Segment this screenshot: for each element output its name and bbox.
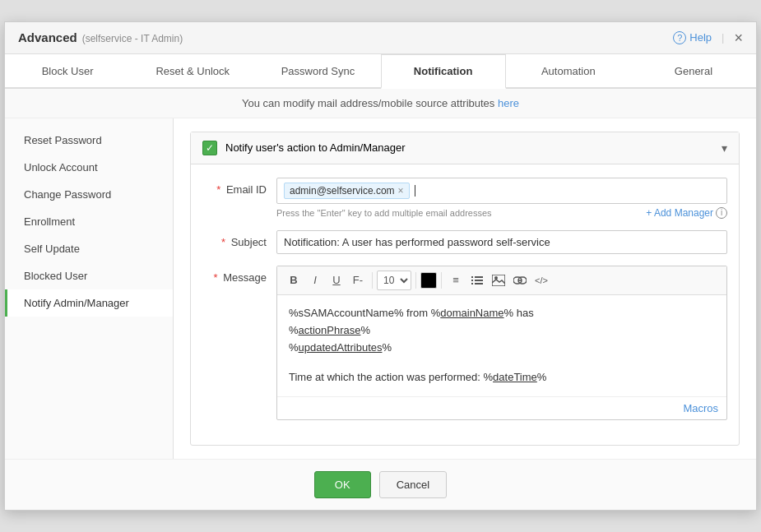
underline-button[interactable]: U	[327, 271, 346, 290]
sidebar-item-blocked-user[interactable]: Blocked User	[5, 262, 173, 289]
message-line3: %updatedAttributes%	[289, 340, 715, 357]
svg-rect-3	[475, 280, 483, 281]
required-star-email: *	[216, 183, 220, 196]
help-icon: ?	[673, 31, 686, 44]
svg-rect-1	[475, 276, 483, 278]
link-button[interactable]	[510, 271, 530, 290]
help-button[interactable]: ? Help	[673, 31, 712, 44]
sidebar-item-unlock-account[interactable]: Unlock Account	[5, 154, 173, 181]
toolbar-separator-1	[372, 272, 373, 289]
svg-rect-0	[471, 276, 473, 278]
ok-button[interactable]: OK	[314, 471, 371, 498]
subject-label: Subject	[231, 236, 267, 248]
sidebar-item-notify-admin[interactable]: Notify Admin/Manager	[5, 289, 173, 317]
italic-button[interactable]: I	[305, 271, 325, 290]
email-tag-remove[interactable]: ×	[398, 185, 404, 197]
form-body: * Email ID admin@selfservice.com ×	[191, 164, 739, 445]
tab-password-sync[interactable]: Password Sync	[255, 54, 380, 87]
info-bar-text: You can modify mail address/mobile sourc…	[242, 97, 498, 109]
email-cursor	[415, 185, 415, 197]
footer: OK Cancel	[5, 459, 756, 510]
message-line5: Time at which the action was performed: …	[289, 369, 715, 386]
svg-rect-6	[492, 275, 505, 286]
editor-toolbar: B I U F- 10 12 14 16	[277, 266, 726, 295]
toolbar-separator-2	[415, 272, 416, 289]
tab-automation[interactable]: Automation	[506, 54, 631, 87]
domain-name-var: domainName	[440, 307, 503, 319]
tab-reset-unlock[interactable]: Reset & Unlock	[130, 54, 255, 87]
required-star-subject: *	[221, 236, 225, 248]
font-button[interactable]: F-	[348, 271, 368, 290]
subject-row: * Subject	[202, 230, 727, 254]
help-label: Help	[689, 31, 712, 44]
title-bar-right: ? Help | ×	[673, 30, 743, 45]
message-field-container: B I U F- 10 12 14 16	[276, 266, 727, 420]
link-icon	[513, 275, 527, 285]
image-button[interactable]	[489, 271, 508, 290]
sidebar: Reset Password Unlock Account Change Pas…	[5, 118, 174, 459]
info-circle-icon: i	[716, 207, 727, 219]
message-row: * Message B I U F-	[202, 266, 727, 420]
sidebar-item-self-update[interactable]: Self Update	[5, 235, 173, 262]
message-line2: %actionPhrase%	[289, 322, 715, 340]
chevron-down-icon: ▾	[722, 141, 727, 155]
email-tag-value: admin@selfservice.com	[290, 185, 395, 197]
email-hint: Press the "Enter" key to add multiple em…	[276, 208, 492, 218]
email-tag: admin@selfservice.com ×	[284, 183, 410, 199]
email-label: Email ID	[226, 183, 267, 196]
info-bar-link[interactable]: here	[498, 97, 519, 109]
action-phrase-var: actionPhrase	[299, 324, 361, 336]
subject-field-container	[276, 230, 727, 254]
cancel-button[interactable]: Cancel	[379, 471, 447, 498]
macros-row: Macros	[277, 396, 726, 419]
dialog-subtitle: (selfservice - IT Admin)	[82, 33, 183, 44]
svg-rect-4	[471, 283, 473, 285]
notify-header-label: Notify user's action to Admin/Manager	[225, 141, 406, 154]
svg-rect-2	[471, 280, 473, 281]
main-panel: ✓ Notify user's action to Admin/Manager …	[174, 118, 756, 459]
notify-section: ✓ Notify user's action to Admin/Manager …	[190, 132, 740, 446]
bold-button[interactable]: B	[284, 271, 304, 290]
close-button[interactable]: ×	[734, 30, 743, 45]
image-icon	[492, 275, 505, 286]
message-line1: %sSAMAccountName% from %domainName% has	[289, 305, 715, 322]
updated-attributes-var: updatedAttributes	[299, 341, 383, 354]
list-button[interactable]	[467, 271, 487, 290]
add-manager-button[interactable]: + Add Manager i	[646, 207, 727, 219]
date-time-var: dateTime	[493, 371, 537, 383]
tab-block-user[interactable]: Block User	[5, 54, 130, 87]
tab-general[interactable]: General	[631, 54, 756, 87]
email-row: * Email ID admin@selfservice.com ×	[202, 178, 727, 219]
sidebar-item-reset-password[interactable]: Reset Password	[5, 127, 173, 154]
list-icon	[471, 275, 483, 286]
message-label: Message	[223, 271, 267, 284]
color-swatch[interactable]	[420, 272, 437, 289]
info-bar: You can modify mail address/mobile sourc…	[5, 89, 756, 118]
sidebar-item-change-password[interactable]: Change Password	[5, 181, 173, 208]
title-bar: Advanced (selfservice - IT Admin) ? Help…	[5, 22, 756, 54]
message-line4	[289, 356, 715, 369]
svg-rect-5	[475, 283, 483, 285]
email-field-container: admin@selfservice.com × Press the "Enter…	[276, 178, 727, 219]
notify-checkbox[interactable]: ✓	[202, 141, 217, 155]
notify-header[interactable]: ✓ Notify user's action to Admin/Manager …	[191, 132, 739, 164]
editor-content[interactable]: %sSAMAccountName% from %domainName% has …	[277, 295, 726, 396]
align-button[interactable]: ≡	[446, 271, 466, 290]
add-manager-label: + Add Manager	[646, 207, 713, 219]
code-button[interactable]: </>	[531, 271, 551, 290]
required-star-message: *	[214, 271, 218, 284]
toolbar-separator-3	[441, 272, 442, 289]
tab-bar: Block User Reset & Unlock Password Sync …	[5, 54, 756, 89]
dialog: Advanced (selfservice - IT Admin) ? Help…	[4, 21, 757, 511]
macros-link[interactable]: Macros	[683, 402, 718, 414]
tab-notification[interactable]: Notification	[381, 54, 506, 89]
title-bar-left: Advanced (selfservice - IT Admin)	[18, 30, 183, 44]
font-size-select[interactable]: 10 12 14 16	[377, 271, 411, 290]
content-area: Reset Password Unlock Account Change Pas…	[5, 118, 756, 459]
dialog-title: Advanced	[18, 30, 77, 44]
sidebar-item-enrollment[interactable]: Enrollment	[5, 208, 173, 235]
subject-input[interactable]	[276, 230, 727, 254]
email-input-wrapper[interactable]: admin@selfservice.com ×	[276, 178, 727, 204]
editor-container: B I U F- 10 12 14 16	[276, 266, 727, 420]
